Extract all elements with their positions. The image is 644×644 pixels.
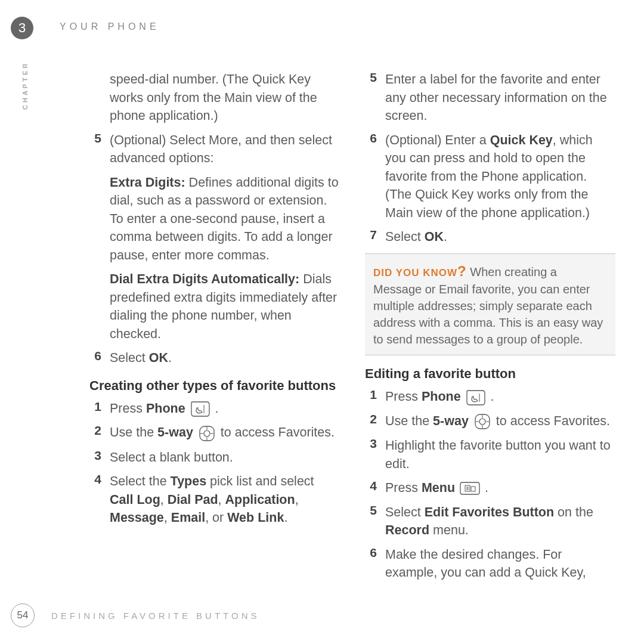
step-text: Highlight the favorite button you want t… — [385, 436, 615, 473]
step-text: Make the desired changes. For example, y… — [385, 546, 615, 582]
t: on the — [554, 505, 593, 519]
text: Press — [110, 401, 146, 416]
text: . — [168, 351, 172, 365]
step-number: 1 — [89, 400, 101, 418]
message-label: Message — [110, 510, 164, 525]
t: pick list and select — [206, 474, 314, 488]
weblink-label: Web Link — [227, 510, 284, 525]
step-text: Select Edit Favorites Button on the Reco… — [385, 503, 615, 540]
t: . — [284, 510, 287, 525]
step-text: Use the 5-way to access Favorites. — [110, 423, 340, 442]
step-text: (Optional) Select More, and then select … — [110, 131, 340, 168]
list-item: 5 Enter a label for the favorite and ent… — [365, 70, 615, 125]
section-title: YOUR PHONE — [60, 21, 160, 32]
intro-paragraph: speed-dial number. (The Quick Key works … — [89, 70, 340, 125]
text: . — [212, 401, 219, 416]
phone-key-icon — [190, 401, 210, 417]
record-label: Record — [385, 523, 429, 537]
step-number: 3 — [89, 448, 101, 467]
email-label: Email — [171, 510, 205, 525]
t: . — [481, 481, 488, 495]
step-number: 3 — [365, 436, 377, 473]
five-way-icon — [473, 413, 491, 431]
list-item: 6 Make the desired changes. For example,… — [365, 546, 615, 582]
step-number: 6 — [365, 546, 377, 582]
step-number: 4 — [89, 472, 101, 527]
list-item: 1 Press Phone . — [365, 388, 615, 406]
extra-digits-label: Extra Digits: — [110, 175, 185, 190]
page-number-badge: 54 — [11, 603, 35, 627]
sub-paragraph: Extra Digits: Defines additional digits … — [110, 174, 340, 265]
left-column: speed-dial number. (The Quick Key works … — [89, 70, 340, 590]
t: Select — [385, 230, 425, 244]
phone-label: Phone — [422, 389, 461, 404]
list-item: 1 Press Phone . — [89, 400, 340, 418]
list-item: 3 Select a blank button. — [89, 448, 340, 467]
list-item: 6 Select OK. — [89, 349, 340, 367]
list-item: 5 Select Edit Favorites Button on the Re… — [365, 503, 615, 540]
t: (Optional) Enter a — [385, 133, 490, 147]
sub-paragraph: Dial Extra Digits Automatically: Dials p… — [110, 270, 340, 343]
types-label: Types — [171, 474, 207, 488]
t: , — [160, 493, 168, 507]
list-item: 4 Select the Types pick list and select … — [89, 472, 340, 527]
tip-box: DID YOU KNOW? When creating a Message or… — [365, 253, 615, 356]
step-text: Select a blank button. — [110, 448, 340, 467]
ok-label: OK — [425, 230, 444, 244]
text: Select — [110, 351, 149, 365]
subheading: Creating other types of favorite buttons — [89, 378, 340, 394]
t: , — [295, 493, 299, 507]
list-item: 2 Use the 5-way to access Favorites. — [89, 423, 340, 442]
t: DID YOU KNOW — [373, 267, 457, 278]
t: , or — [205, 510, 227, 525]
t: , — [218, 493, 225, 507]
step-text: Press Menu . — [385, 479, 615, 497]
footer: 54 DEFINING FAVORITE BUTTONS — [11, 603, 259, 627]
dialpad-label: Dial Pad — [168, 493, 218, 507]
content-area: speed-dial number. (The Quick Key works … — [89, 70, 615, 590]
step-number: 4 — [365, 479, 377, 497]
step-number: 2 — [89, 423, 101, 442]
calllog-label: Call Log — [110, 493, 160, 507]
step-number: 6 — [365, 131, 377, 222]
fiveway-label: 5-way — [433, 414, 469, 428]
step-text: Select OK. — [385, 228, 615, 246]
step-text: Enter a label for the favorite and enter… — [385, 70, 615, 125]
right-column: 5 Enter a label for the favorite and ent… — [365, 70, 615, 590]
five-way-icon — [198, 425, 216, 442]
question-mark-icon: ? — [457, 263, 467, 279]
list-item: 2 Use the 5-way to access Favorites. — [365, 412, 615, 431]
menu-key-icon — [460, 481, 480, 496]
t: to access Favorites. — [496, 414, 610, 428]
phone-key-icon — [466, 390, 486, 405]
step-number: 1 — [365, 388, 377, 406]
list-item: 6 (Optional) Enter a Quick Key, which yo… — [365, 131, 615, 222]
list-item: 4 Press Menu . — [365, 479, 615, 497]
step-text: Press Phone . — [385, 388, 615, 406]
application-label: Application — [225, 493, 295, 507]
step-text: Use the 5-way to access Favorites. — [385, 412, 615, 431]
step-number: 7 — [365, 228, 377, 246]
chapter-label: CHAPTER — [21, 61, 29, 110]
t: menu. — [429, 523, 469, 537]
step-number: 6 — [89, 349, 101, 367]
t: Select the — [110, 474, 171, 488]
step-number: 2 — [365, 412, 377, 431]
step-text: (Optional) Enter a Quick Key, which you … — [385, 131, 615, 222]
step-number: 5 — [89, 131, 101, 168]
step-number: 5 — [365, 70, 377, 125]
step-text: Select OK. — [110, 349, 340, 367]
dial-auto-label: Dial Extra Digits Automatically: — [110, 272, 299, 286]
text: to access Favorites. — [221, 425, 335, 439]
list-item: 5 (Optional) Select More, and then selec… — [89, 131, 340, 168]
step-text: Select the Types pick list and select Ca… — [110, 472, 340, 527]
t: Press — [385, 481, 422, 495]
edit-fav-button-label: Edit Favorites Button — [425, 505, 554, 519]
quickkey-label: Quick Key — [490, 133, 553, 147]
t: Use the — [385, 414, 433, 428]
subheading: Editing a favorite button — [365, 366, 615, 382]
t: . — [444, 230, 447, 244]
text: Use the — [110, 425, 157, 439]
list-item: 3 Highlight the favorite button you want… — [365, 436, 615, 473]
phone-label: Phone — [146, 401, 185, 416]
